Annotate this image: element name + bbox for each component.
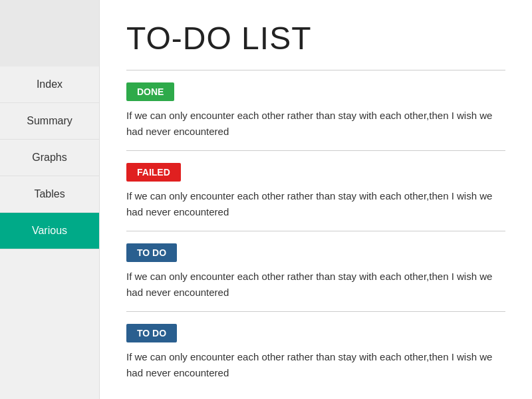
sidebar-item-label: Graphs [32, 152, 66, 163]
sidebar-logo-area [0, 0, 99, 66]
sidebar-item-graphs[interactable]: Graphs [0, 140, 99, 176]
sidebar-item-label: Various [32, 225, 67, 236]
badge-done: DONE [126, 82, 174, 101]
sidebar-item-label: Tables [34, 188, 65, 200]
item-text-todo-2: If we can only encounter each other rath… [126, 349, 505, 381]
divider-3 [126, 311, 505, 312]
divider-2 [126, 231, 505, 231]
sidebar-item-tables[interactable]: Tables [0, 176, 99, 213]
todo-item-2: TO DO If we can only encounter each othe… [126, 324, 505, 381]
main-content: TO-DO LIST DONE If we can only encounter… [100, 0, 532, 399]
sidebar-item-label: Summary [27, 115, 72, 126]
todo-item-1: TO DO If we can only encounter each othe… [126, 243, 505, 301]
page-title: TO-DO LIST [126, 20, 505, 57]
sidebar-item-label: Index [37, 78, 63, 90]
todo-item-done: DONE If we can only encounter each other… [126, 82, 505, 140]
badge-todo-1: TO DO [126, 243, 177, 262]
divider-1 [126, 150, 505, 151]
sidebar: Index Summary Graphs Tables Various [0, 0, 100, 399]
item-text-done: If we can only encounter each other rath… [126, 108, 505, 140]
todo-item-failed: FAILED If we can only encounter each oth… [126, 163, 505, 220]
sidebar-item-summary[interactable]: Summary [0, 103, 99, 140]
badge-failed: FAILED [126, 163, 181, 182]
title-divider [126, 70, 505, 70]
item-text-todo-1: If we can only encounter each other rath… [126, 269, 505, 301]
badge-todo-2: TO DO [126, 324, 177, 342]
item-text-failed: If we can only encounter each other rath… [126, 188, 505, 220]
sidebar-item-index[interactable]: Index [0, 66, 99, 103]
sidebar-item-various[interactable]: Various [0, 213, 99, 249]
